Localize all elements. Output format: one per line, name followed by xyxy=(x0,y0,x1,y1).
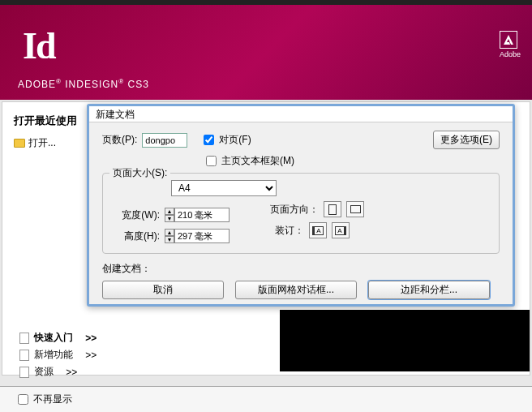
recent-title: 打开最近使用 xyxy=(14,114,77,128)
width-label: 宽度(W): xyxy=(113,208,160,222)
footer-bar: 不再显示 xyxy=(0,386,532,412)
bind-right-icon: A xyxy=(335,226,346,235)
portrait-icon xyxy=(328,204,337,215)
document-icon xyxy=(19,333,29,344)
pages-label: 页数(P): xyxy=(102,133,137,147)
quickstart-link[interactable]: 快速入门 >> xyxy=(19,331,97,345)
dont-show-checkbox[interactable] xyxy=(18,394,28,405)
height-input[interactable] xyxy=(174,229,230,243)
page-size-group: 页面大小(S): A4 宽度(W): ▲▼ xyxy=(102,173,500,254)
width-up[interactable]: ▲ xyxy=(165,208,174,215)
resources-link[interactable]: 资源 >> xyxy=(19,365,97,379)
height-down[interactable]: ▼ xyxy=(165,236,174,243)
width-input[interactable] xyxy=(174,208,230,222)
width-down[interactable]: ▼ xyxy=(165,215,174,222)
binding-right-button[interactable]: A xyxy=(332,222,350,238)
facing-pages-label: 对页(F) xyxy=(219,133,251,147)
app-logo: Id xyxy=(23,24,54,67)
pages-input[interactable] xyxy=(142,133,187,148)
dialog-title: 新建文档 xyxy=(89,106,513,122)
binding-left-button[interactable]: A xyxy=(309,222,327,238)
dont-show-label: 不再显示 xyxy=(33,393,72,406)
product-name: ADOBE® INDESIGN® CS3 xyxy=(18,78,149,90)
preview-panel xyxy=(280,310,530,371)
create-document-label: 创建文档： xyxy=(102,262,500,276)
folder-icon xyxy=(14,139,25,148)
newfeatures-link[interactable]: 新增功能 >> xyxy=(19,348,97,362)
binding-label: 装订： xyxy=(270,224,304,238)
margins-columns-button[interactable]: 边距和分栏... xyxy=(368,281,490,299)
new-document-dialog: 新建文档 页数(P): 对页(F) 更多选项(E) 主页文本框架(M) 页面大小… xyxy=(87,104,515,307)
height-up[interactable]: ▲ xyxy=(165,229,174,236)
page-size-legend: 页面大小(S): xyxy=(109,166,170,180)
help-links: 快速入门 >> 新增功能 >> 资源 >> xyxy=(19,331,97,382)
adobe-brand-mark: Adobe xyxy=(500,31,521,58)
master-frame-checkbox[interactable] xyxy=(206,156,217,166)
bind-left-icon: A xyxy=(312,226,324,235)
app-header: Id ADOBE® INDESIGN® CS3 Adobe xyxy=(0,0,532,100)
more-options-button[interactable]: 更多选项(E) xyxy=(433,131,500,149)
layout-grid-button[interactable]: 版面网格对话框... xyxy=(235,281,357,299)
open-item[interactable]: 打开... xyxy=(14,136,77,150)
orientation-portrait-button[interactable] xyxy=(324,201,341,217)
orientation-label: 页面方向： xyxy=(270,203,319,217)
document-icon xyxy=(19,367,29,378)
facing-pages-checkbox[interactable] xyxy=(204,135,214,145)
document-icon xyxy=(19,350,29,361)
landscape-icon xyxy=(350,205,361,213)
open-label: 打开... xyxy=(28,136,56,150)
height-label: 高度(H): xyxy=(113,230,160,243)
orientation-landscape-button[interactable] xyxy=(346,201,364,217)
master-frame-label: 主页文本框架(M) xyxy=(221,154,294,168)
page-size-select[interactable]: A4 xyxy=(171,180,277,196)
cancel-button[interactable]: 取消 xyxy=(102,281,224,299)
